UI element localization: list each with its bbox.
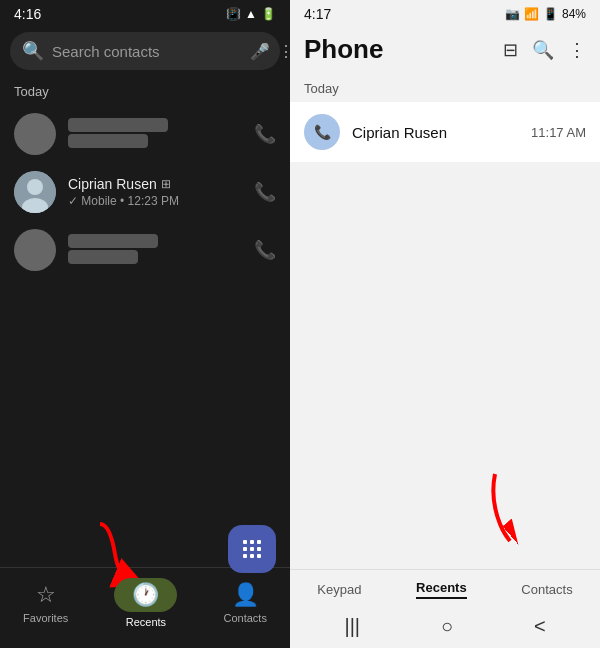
mic-icon[interactable]: 🎤: [250, 42, 270, 61]
contact-info: [68, 234, 276, 267]
right-status-bar: 4:17 📷 📶 📱 84%: [290, 0, 600, 26]
battery-icon: 84%: [562, 7, 586, 21]
nav-recents[interactable]: 🕐 Recents: [114, 578, 177, 628]
contact-sub: ✓ Mobile • 12:23 PM: [68, 194, 276, 208]
contact-name: [68, 118, 276, 132]
list-item[interactable]: Ciprian Rusen ⊞ ✓ Mobile • 12:23 PM 📞: [0, 163, 290, 221]
svg-rect-8: [257, 547, 261, 551]
system-bar: ||| ○ <: [290, 607, 600, 648]
vibrate-icon: 📳: [226, 7, 241, 21]
nav-recents[interactable]: Recents: [416, 580, 467, 599]
svg-rect-6: [243, 547, 247, 551]
svg-rect-5: [257, 540, 261, 544]
search-icon: 🔍: [22, 40, 44, 62]
call-icon[interactable]: 📞: [254, 239, 276, 261]
wifi-icon: ▲: [245, 7, 257, 21]
list-item[interactable]: 📞: [0, 105, 290, 163]
nav-label-recents: Recents: [416, 580, 467, 595]
header-actions: ⊟ 🔍 ⋮: [503, 39, 586, 61]
nav-label-contacts: Contacts: [521, 582, 572, 597]
right-panel: 4:17 📷 📶 📱 84% Phone ⊟ 🔍 ⋮ Today 📞 Cipri…: [290, 0, 600, 648]
nav-label-recents: Recents: [126, 616, 166, 628]
svg-point-1: [27, 179, 43, 195]
signal-icon: 📱: [543, 7, 558, 21]
wifi-icon: 📶: [524, 7, 539, 21]
bottom-nav-right: Keypad Recents Contacts: [290, 569, 600, 607]
right-status-icons: 📷 📶 📱 84%: [505, 7, 586, 21]
contact-info: [68, 118, 276, 151]
svg-rect-3: [243, 540, 247, 544]
favorites-icon: ☆: [36, 582, 56, 608]
call-icon[interactable]: 📞: [254, 181, 276, 203]
right-time: 4:17: [304, 6, 331, 22]
blurred-name: [68, 118, 168, 132]
more-icon[interactable]: ⋮: [568, 39, 586, 61]
left-status-icons: 📳 ▲ 🔋: [226, 7, 276, 21]
avatar: 📞: [304, 114, 340, 150]
contact-sub: [68, 250, 276, 267]
nav-contacts[interactable]: 👤 Contacts: [224, 582, 267, 624]
left-time: 4:16: [14, 6, 41, 22]
contact-name: Ciprian Rusen ⊞: [68, 176, 276, 192]
outgoing-call-icon: 📞: [314, 124, 331, 140]
recents-icon: 🕐: [132, 582, 159, 608]
left-panel: 4:16 📳 ▲ 🔋 🔍 🎤 ⋮ Today 📞: [0, 0, 290, 648]
avatar: [14, 229, 56, 271]
svg-rect-7: [250, 547, 254, 551]
blurred-name: [68, 234, 158, 248]
nav-contacts[interactable]: Contacts: [521, 582, 572, 597]
keypad-fab[interactable]: [228, 525, 276, 573]
search-input[interactable]: [52, 43, 242, 60]
blurred-sub: [68, 134, 148, 148]
spacer: [290, 163, 600, 569]
call-time: 11:17 AM: [531, 125, 586, 140]
contact-sub: [68, 134, 276, 151]
contact-list: 📞 Ciprian Rusen ⊞ ✓ Mobile • 12:23 PM 📞: [0, 105, 290, 567]
nav-label-keypad: Keypad: [317, 582, 361, 597]
back-button[interactable]: |||: [344, 615, 360, 638]
svg-rect-4: [250, 540, 254, 544]
search-icon[interactable]: 🔍: [532, 39, 554, 61]
recents-bg: 🕐: [114, 578, 177, 612]
home-button[interactable]: ○: [441, 615, 453, 638]
contact-name: [68, 234, 276, 248]
svg-rect-11: [257, 554, 261, 558]
bottom-nav-left: ☆ Favorites 🕐 Recents 👤 Contacts: [0, 567, 290, 648]
svg-rect-9: [243, 554, 247, 558]
left-section-today: Today: [0, 80, 290, 105]
call-icon[interactable]: 📞: [254, 123, 276, 145]
badge-icon: ⊞: [161, 177, 171, 191]
filter-icon[interactable]: ⊟: [503, 39, 518, 61]
right-header: Phone ⊟ 🔍 ⋮: [290, 26, 600, 73]
contacts-icon: 👤: [232, 582, 259, 608]
list-item[interactable]: 📞: [0, 221, 290, 279]
svg-rect-10: [250, 554, 254, 558]
nav-label-contacts: Contacts: [224, 612, 267, 624]
search-bar[interactable]: 🔍 🎤 ⋮: [10, 32, 280, 70]
left-status-bar: 4:16 📳 ▲ 🔋: [0, 0, 290, 26]
page-title: Phone: [304, 34, 383, 65]
red-arrow-right: [460, 469, 530, 553]
blurred-sub: [68, 250, 138, 264]
recents-button[interactable]: <: [534, 615, 546, 638]
battery-icon: 🔋: [261, 7, 276, 21]
avatar: [14, 171, 56, 213]
right-section-today: Today: [290, 73, 600, 102]
recent-call-item[interactable]: 📞 Ciprian Rusen 11:17 AM: [290, 102, 600, 162]
screenshot-icon: 📷: [505, 7, 520, 21]
contact-info: Ciprian Rusen ⊞ ✓ Mobile • 12:23 PM: [68, 176, 276, 208]
nav-label-favorites: Favorites: [23, 612, 68, 624]
nav-favorites[interactable]: ☆ Favorites: [23, 582, 68, 624]
nav-keypad[interactable]: Keypad: [317, 582, 361, 597]
avatar: [14, 113, 56, 155]
